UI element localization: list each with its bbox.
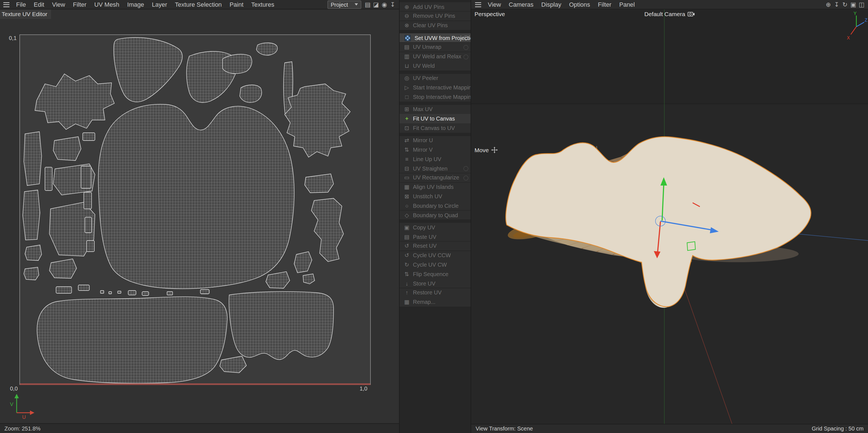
download-icon[interactable]: ↧ xyxy=(833,1,841,8)
axis-u-label: U xyxy=(22,414,26,420)
hamburger-menu-icon[interactable] xyxy=(475,2,481,7)
tool-add-uv-pins[interactable]: ⊕Add UV Pins xyxy=(400,2,471,11)
project-dropdown[interactable]: Project xyxy=(328,0,361,9)
tool-restore-uv[interactable]: ↑Restore UV xyxy=(400,288,471,297)
window-icon[interactable]: ▣ xyxy=(849,1,858,8)
tool-label: Unstitch UV xyxy=(413,193,442,199)
tool-uv-weld-and-relax[interactable]: ▥UV Weld and Relax xyxy=(400,52,471,61)
tool-set-uvw-from-projection[interactable]: Set UVW from Projection xyxy=(400,33,471,42)
vp-menu-cameras[interactable]: Cameras xyxy=(505,1,537,8)
vp-menu-filter[interactable]: Filter xyxy=(594,1,616,8)
tool-uv-weld[interactable]: ⊔UV Weld xyxy=(400,61,471,70)
tool-max-uv[interactable]: ⊞Max UV xyxy=(400,105,471,114)
menu-file[interactable]: File xyxy=(12,1,30,8)
sync-icon[interactable]: ↻ xyxy=(841,1,849,8)
viewport-toolbar-icons: ⊕↧↻▣◫ xyxy=(824,1,866,8)
vp-menu-panel[interactable]: Panel xyxy=(615,1,639,8)
viewport-menu: ViewCamerasDisplayOptionsFilterPanel xyxy=(484,1,639,8)
tool-label: Paste UV xyxy=(413,234,436,240)
pin-add-icon: ⊕ xyxy=(403,4,410,10)
brush-icon[interactable]: ◪ xyxy=(372,1,380,8)
tool-remove-uv-pins[interactable]: ⊖Remove UV Pins xyxy=(400,12,471,21)
layout-icon[interactable]: ◫ xyxy=(858,1,866,8)
tool-uv-peeler[interactable]: ◎UV Peeler xyxy=(400,74,471,83)
menu-textures[interactable]: Textures xyxy=(247,1,278,8)
hamburger-menu-icon[interactable] xyxy=(3,2,9,7)
tool-stop-interactive-mapping[interactable]: □Stop Interactive Mapping xyxy=(400,92,471,102)
tool-start-interactive-mapping[interactable]: ▷Start Interactive Mapping xyxy=(400,83,471,92)
tool-fit-uv-to-canvas[interactable]: +Fit UV to Canvas xyxy=(400,114,471,123)
gear-icon[interactable] xyxy=(463,175,468,180)
vp-menu-display[interactable]: Display xyxy=(537,1,565,8)
gear-icon[interactable] xyxy=(463,54,468,59)
tool-mirror-u[interactable]: ⇄Mirror U xyxy=(400,136,471,145)
menu-paint[interactable]: Paint xyxy=(226,1,247,8)
boundary-quad-icon: ◇ xyxy=(403,212,410,218)
tool-label: Fit Canvas to UV xyxy=(413,125,455,131)
tool-label: UV Weld and Relax xyxy=(413,53,461,59)
sphere-icon[interactable]: ◉ xyxy=(380,1,389,8)
tool-mirror-v[interactable]: ⇅Mirror V xyxy=(400,145,471,154)
tool-fit-canvas-to-uv[interactable]: ⊡Fit Canvas to UV xyxy=(400,123,471,133)
dock-down-icon[interactable]: ↧ xyxy=(389,1,397,8)
axis-orientation-gizmo[interactable]: Y Z X xyxy=(846,10,867,42)
tool-label: UV Peeler xyxy=(413,75,438,81)
menu-uv-mesh[interactable]: UV Mesh xyxy=(90,1,123,8)
tool-label: Stop Interactive Mapping xyxy=(413,94,471,100)
weld-icon: ⊔ xyxy=(403,63,410,69)
project-dropdown-value: Project xyxy=(331,1,348,7)
globe-icon[interactable]: ⊕ xyxy=(824,1,833,8)
menu-edit[interactable]: Edit xyxy=(30,1,48,8)
uv-canvas[interactable] xyxy=(20,34,371,385)
gear-icon[interactable] xyxy=(463,45,468,50)
view-transform-label: View Transform: Scene xyxy=(476,426,533,432)
menu-layer[interactable]: Layer xyxy=(148,1,171,8)
tool-uv-unwrap[interactable]: ▤UV Unwrap xyxy=(400,42,471,52)
menu-image[interactable]: Image xyxy=(123,1,148,8)
tool-align-uv-islands[interactable]: ▦Align UV Islands xyxy=(400,182,471,192)
menu-filter[interactable]: Filter xyxy=(69,1,90,8)
tool-paste-uv[interactable]: ▤Paste UV xyxy=(400,232,471,241)
tool-boundary-to-quad[interactable]: ◇Boundary to Quad xyxy=(400,210,471,220)
tool-store-uv[interactable]: ↓Store UV xyxy=(400,279,471,288)
vp-menu-options[interactable]: Options xyxy=(565,1,594,8)
camera-label-group[interactable]: Default Camera xyxy=(644,10,694,17)
tool-reset-uv[interactable]: ↺Reset UV xyxy=(400,242,471,251)
tool-flip-sequence[interactable]: ⇅Flip Sequence xyxy=(400,269,471,279)
tool-line-up-uv[interactable]: ≡Line Up UV xyxy=(400,154,471,164)
menu-view[interactable]: View xyxy=(48,1,69,8)
vp-menu-view[interactable]: View xyxy=(484,1,505,8)
tool-remap[interactable]: ▦Remap... xyxy=(400,297,471,307)
gear-icon[interactable] xyxy=(463,166,468,171)
pin-remove-icon: ⊖ xyxy=(403,13,410,19)
tool-cycle-uv-ccw[interactable]: ↺Cycle UV CCW xyxy=(400,251,471,260)
tool-unstitch-uv[interactable]: ⊠Unstitch UV xyxy=(400,192,471,201)
tool-label: Boundary to Circle xyxy=(413,203,459,209)
tool-uv-rectangularize[interactable]: ▭UV Rectangularize xyxy=(400,173,471,182)
tool-uv-straighten[interactable]: ⊟UV Straighten xyxy=(400,164,471,173)
tool-label: Set UVW from Projection xyxy=(414,35,471,41)
tool-label: UV Unwrap xyxy=(413,44,441,50)
menu-texture-selection[interactable]: Texture Selection xyxy=(171,1,226,8)
histogram-icon[interactable]: ▤ xyxy=(364,1,372,8)
align-islands-icon: ▦ xyxy=(403,184,410,190)
grid-spacing-label: Grid Spacing : 50 cm xyxy=(812,426,864,432)
gear-icon[interactable] xyxy=(463,35,468,40)
store-icon: ↓ xyxy=(403,280,410,286)
peeler-icon: ◎ xyxy=(403,75,410,81)
axis-v-label: V xyxy=(10,402,13,407)
tool-label: Remap... xyxy=(413,299,435,305)
tool-cycle-uv-cw[interactable]: ↻Cycle UV CW xyxy=(400,260,471,269)
tool-label: Cycle UV CCW xyxy=(413,253,451,259)
perspective-viewport[interactable]: Perspective Default Camera Move xyxy=(471,9,868,424)
viewport-scene xyxy=(471,9,868,424)
tool-copy-uv[interactable]: ▣Copy UV xyxy=(400,223,471,232)
tool-boundary-to-circle[interactable]: ○Boundary to Circle xyxy=(400,201,471,210)
tool-clear-uv-pins[interactable]: ⊗Clear UV Pins xyxy=(400,21,471,30)
view-mode-label[interactable]: Perspective xyxy=(474,10,505,17)
uvw-projection-icon xyxy=(405,35,411,41)
paste-icon: ▤ xyxy=(403,234,410,240)
boundary-circle-icon: ○ xyxy=(403,203,410,209)
move-tool-icon xyxy=(491,147,498,153)
tool-label: Add UV Pins xyxy=(413,4,444,10)
